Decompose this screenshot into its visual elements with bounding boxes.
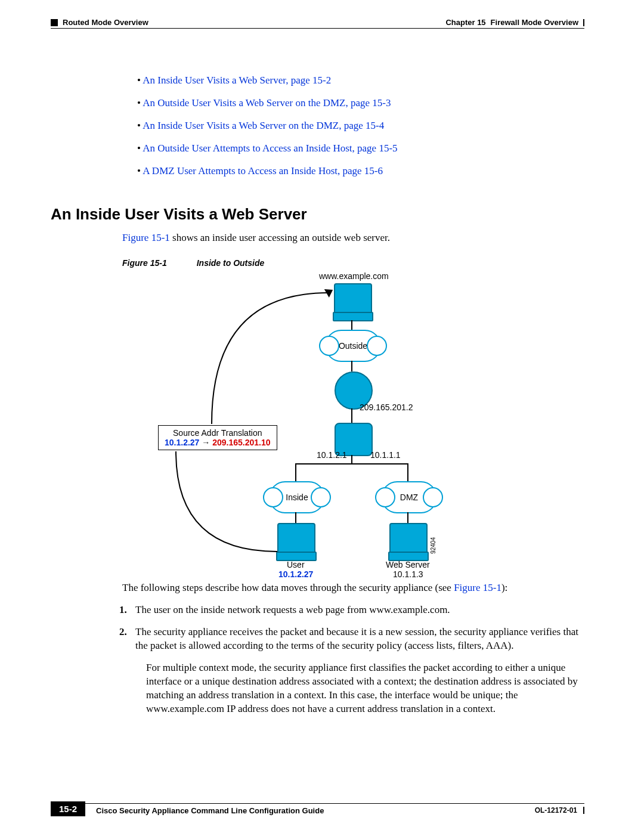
- footer-guide-title: Cisco Security Appliance Command Line Co…: [96, 806, 324, 815]
- page-header: Routed Mode Overview Chapter 15 Firewall…: [51, 18, 584, 29]
- network-diagram: www.example.com Outside 209.165.201.2 10…: [122, 271, 540, 569]
- figure-ref-link[interactable]: Figure 15-1: [122, 232, 170, 243]
- toc-item[interactable]: A DMZ User Attempts to Access an Inside …: [137, 161, 584, 181]
- figure-caption: Figure 15-1Inside to Outside: [122, 258, 584, 268]
- steps-intro: The following steps describe how data mo…: [122, 581, 584, 595]
- header-chapter: Chapter 15: [445, 18, 485, 27]
- header-square-icon: [51, 19, 58, 26]
- toc-item[interactable]: An Inside User Visits a Web Server on th…: [137, 116, 584, 136]
- header-rule-icon: [583, 19, 584, 26]
- figure-ref-link[interactable]: Figure 15-1: [454, 582, 501, 593]
- header-title: Firewall Mode Overview: [491, 18, 578, 27]
- traffic-arrow-icon: [122, 271, 540, 569]
- toc-item[interactable]: An Outside User Attempts to Access an In…: [137, 138, 584, 159]
- step-2-extra: For multiple context mode, the security …: [146, 661, 584, 716]
- intro-text: shows an inside user accessing an outsid…: [170, 232, 390, 243]
- section-intro: Figure 15-1 shows an inside user accessi…: [122, 232, 584, 244]
- toc-item[interactable]: An Outside User Visits a Web Server on t…: [137, 93, 584, 113]
- toc-item[interactable]: An Inside User Visits a Web Server, page…: [137, 70, 584, 91]
- user-ip: 10.1.2.27: [278, 569, 313, 579]
- figure-caption-text: Inside to Outside: [197, 258, 265, 268]
- header-left-text: Routed Mode Overview: [63, 18, 148, 27]
- footer-doc-code: OL-12172-01: [535, 806, 577, 815]
- steps-intro-end: ):: [501, 582, 507, 593]
- steps-intro-text: The following steps describe how data mo…: [122, 582, 454, 593]
- section-title: An Inside User Visits a Web Server: [51, 205, 584, 224]
- page-number-badge: 15-2: [51, 801, 85, 816]
- toc-list: An Inside User Visits a Web Server, page…: [137, 70, 584, 181]
- page-footer: 15-2 Cisco Security Appliance Command Li…: [51, 801, 584, 816]
- step-item: The security appliance receives the pack…: [129, 625, 584, 653]
- figure-label: Figure 15-1: [122, 258, 167, 268]
- footer-rule-icon: [583, 807, 584, 814]
- server-ip: 10.1.1.3: [393, 569, 423, 579]
- steps-list: The user on the inside network requests …: [129, 603, 584, 653]
- step-item: The user on the inside network requests …: [129, 603, 584, 617]
